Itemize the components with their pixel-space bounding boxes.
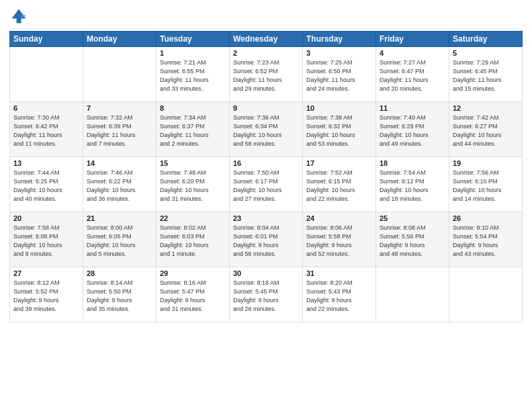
day-number: 11 [380,104,445,112]
calendar-header-tuesday: Tuesday [157,32,230,47]
day-number: 23 [233,214,299,222]
calendar-cell [10,47,83,102]
calendar-cell: 13Sunrise: 7:44 AM Sunset: 6:25 PM Dayli… [10,157,83,212]
calendar-cell: 28Sunrise: 8:14 AM Sunset: 5:50 PM Dayli… [83,267,157,322]
calendar-header-row: SundayMondayTuesdayWednesdayThursdayFrid… [10,32,523,47]
calendar-header-sunday: Sunday [10,32,83,47]
day-number: 20 [13,214,79,222]
day-number: 16 [233,159,299,167]
day-number: 30 [233,269,299,277]
calendar-cell: 17Sunrise: 7:52 AM Sunset: 6:15 PM Dayli… [303,157,376,212]
day-info: Sunrise: 7:50 AM Sunset: 6:17 PM Dayligh… [233,169,299,203]
day-number: 21 [87,214,152,222]
day-info: Sunrise: 7:30 AM Sunset: 6:42 PM Dayligh… [13,113,79,148]
day-info: Sunrise: 8:14 AM Sunset: 5:50 PM Dayligh… [87,279,152,314]
day-info: Sunrise: 7:29 AM Sunset: 6:45 PM Dayligh… [453,58,519,93]
calendar-cell: 12Sunrise: 7:42 AM Sunset: 6:27 PM Dayli… [449,102,523,157]
calendar-week-row: 13Sunrise: 7:44 AM Sunset: 6:25 PM Dayli… [10,157,523,212]
day-number: 2 [233,49,299,57]
day-info: Sunrise: 8:04 AM Sunset: 6:01 PM Dayligh… [233,224,299,259]
day-number: 31 [306,269,372,277]
day-number: 4 [380,49,445,57]
calendar-table: SundayMondayTuesdayWednesdayThursdayFrid… [9,31,523,322]
calendar-week-row: 6Sunrise: 7:30 AM Sunset: 6:42 PM Daylig… [10,102,523,157]
day-number: 7 [87,104,152,112]
day-info: Sunrise: 7:56 AM Sunset: 6:10 PM Dayligh… [453,169,519,203]
day-number: 28 [87,269,152,277]
day-info: Sunrise: 7:34 AM Sunset: 6:37 PM Dayligh… [160,113,226,148]
calendar-week-row: 20Sunrise: 7:58 AM Sunset: 6:08 PM Dayli… [10,212,523,267]
day-info: Sunrise: 7:42 AM Sunset: 6:27 PM Dayligh… [453,113,519,148]
day-number: 15 [160,159,226,167]
calendar-cell: 3Sunrise: 7:25 AM Sunset: 6:50 PM Daylig… [303,47,376,102]
day-number: 5 [453,49,519,57]
day-info: Sunrise: 7:58 AM Sunset: 6:08 PM Dayligh… [13,224,79,259]
calendar-cell: 16Sunrise: 7:50 AM Sunset: 6:17 PM Dayli… [230,157,303,212]
day-number: 6 [13,104,79,112]
day-number: 18 [380,159,445,167]
day-number: 24 [306,214,372,222]
day-number: 10 [306,104,372,112]
calendar-cell: 27Sunrise: 8:12 AM Sunset: 5:52 PM Dayli… [10,267,83,322]
day-info: Sunrise: 7:46 AM Sunset: 6:22 PM Dayligh… [87,169,152,203]
calendar-cell: 30Sunrise: 8:18 AM Sunset: 5:45 PM Dayli… [230,267,303,322]
day-info: Sunrise: 8:12 AM Sunset: 5:52 PM Dayligh… [13,279,79,314]
calendar-cell: 29Sunrise: 8:16 AM Sunset: 5:47 PM Dayli… [157,267,230,322]
day-number: 14 [87,159,152,167]
calendar-header-friday: Friday [376,32,449,47]
calendar-cell: 19Sunrise: 7:56 AM Sunset: 6:10 PM Dayli… [449,157,523,212]
day-info: Sunrise: 8:08 AM Sunset: 5:56 PM Dayligh… [380,224,445,259]
day-number: 13 [13,159,79,167]
day-info: Sunrise: 8:20 AM Sunset: 5:43 PM Dayligh… [306,279,372,314]
calendar-header-saturday: Saturday [449,32,523,47]
calendar-cell: 9Sunrise: 7:36 AM Sunset: 6:34 PM Daylig… [230,102,303,157]
calendar-cell: 22Sunrise: 8:02 AM Sunset: 6:03 PM Dayli… [157,212,230,267]
calendar-cell [376,267,449,322]
calendar-cell: 23Sunrise: 8:04 AM Sunset: 6:01 PM Dayli… [230,212,303,267]
svg-marker-1 [21,15,26,19]
day-number: 22 [160,214,226,222]
day-info: Sunrise: 8:06 AM Sunset: 5:58 PM Dayligh… [306,224,372,259]
day-info: Sunrise: 7:27 AM Sunset: 6:47 PM Dayligh… [380,58,445,93]
day-number: 27 [13,269,79,277]
calendar-cell: 6Sunrise: 7:30 AM Sunset: 6:42 PM Daylig… [10,102,83,157]
calendar-cell: 8Sunrise: 7:34 AM Sunset: 6:37 PM Daylig… [157,102,230,157]
calendar-cell: 2Sunrise: 7:23 AM Sunset: 6:52 PM Daylig… [230,47,303,102]
calendar-cell: 25Sunrise: 8:08 AM Sunset: 5:56 PM Dayli… [376,212,449,267]
calendar-cell: 5Sunrise: 7:29 AM Sunset: 6:45 PM Daylig… [449,47,523,102]
day-info: Sunrise: 7:52 AM Sunset: 6:15 PM Dayligh… [306,169,372,203]
calendar-cell: 10Sunrise: 7:38 AM Sunset: 6:32 PM Dayli… [303,102,376,157]
calendar-cell: 1Sunrise: 7:21 AM Sunset: 6:55 PM Daylig… [157,47,230,102]
main-container: SundayMondayTuesdayWednesdayThursdayFrid… [0,0,532,411]
day-info: Sunrise: 7:48 AM Sunset: 6:20 PM Dayligh… [160,169,226,203]
calendar-cell: 21Sunrise: 8:00 AM Sunset: 6:05 PM Dayli… [83,212,157,267]
header [9,7,523,26]
calendar-cell: 4Sunrise: 7:27 AM Sunset: 6:47 PM Daylig… [376,47,449,102]
calendar-week-row: 27Sunrise: 8:12 AM Sunset: 5:52 PM Dayli… [10,267,523,322]
calendar-cell: 26Sunrise: 8:10 AM Sunset: 5:54 PM Dayli… [449,212,523,267]
calendar-cell [83,47,157,102]
calendar-header-thursday: Thursday [303,32,376,47]
calendar-week-row: 1Sunrise: 7:21 AM Sunset: 6:55 PM Daylig… [10,47,523,102]
calendar-cell: 20Sunrise: 7:58 AM Sunset: 6:08 PM Dayli… [10,212,83,267]
calendar-cell: 14Sunrise: 7:46 AM Sunset: 6:22 PM Dayli… [83,157,157,212]
day-info: Sunrise: 7:36 AM Sunset: 6:34 PM Dayligh… [233,113,299,148]
day-number: 8 [160,104,226,112]
day-number: 3 [306,49,372,57]
day-number: 26 [453,214,519,222]
calendar-header-wednesday: Wednesday [230,32,303,47]
day-info: Sunrise: 7:23 AM Sunset: 6:52 PM Dayligh… [233,58,299,93]
logo-icon [9,7,28,26]
calendar-cell: 24Sunrise: 8:06 AM Sunset: 5:58 PM Dayli… [303,212,376,267]
day-info: Sunrise: 7:44 AM Sunset: 6:25 PM Dayligh… [13,169,79,203]
day-info: Sunrise: 8:16 AM Sunset: 5:47 PM Dayligh… [160,279,226,314]
day-info: Sunrise: 7:38 AM Sunset: 6:32 PM Dayligh… [306,113,372,148]
day-info: Sunrise: 7:40 AM Sunset: 6:29 PM Dayligh… [380,113,445,148]
day-number: 17 [306,159,372,167]
calendar-cell: 7Sunrise: 7:32 AM Sunset: 6:39 PM Daylig… [83,102,157,157]
calendar-cell: 15Sunrise: 7:48 AM Sunset: 6:20 PM Dayli… [157,157,230,212]
calendar-cell: 11Sunrise: 7:40 AM Sunset: 6:29 PM Dayli… [376,102,449,157]
day-number: 9 [233,104,299,112]
day-info: Sunrise: 7:54 AM Sunset: 6:12 PM Dayligh… [380,169,445,203]
logo [9,7,31,26]
